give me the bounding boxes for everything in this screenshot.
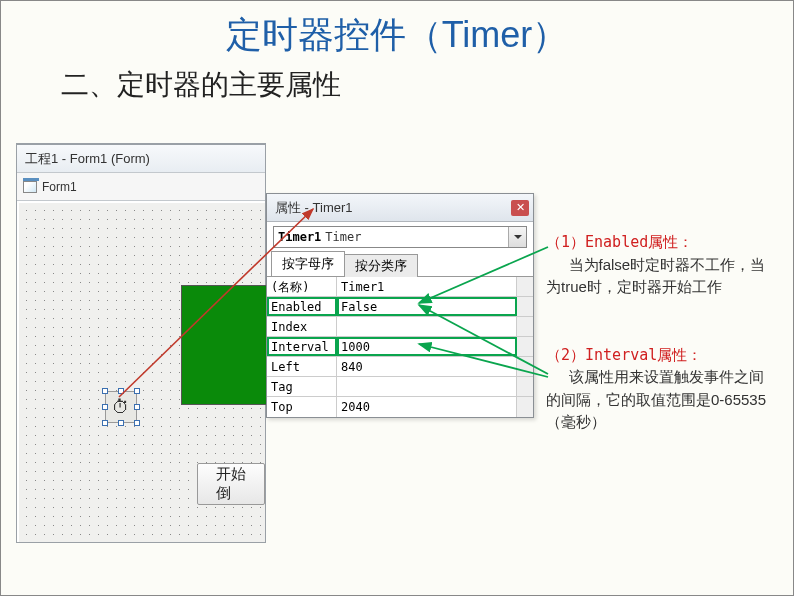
- scrollbar[interactable]: [517, 357, 533, 376]
- resize-handle-ml[interactable]: [102, 404, 108, 410]
- close-icon[interactable]: ✕: [511, 200, 529, 216]
- resize-handle-tc[interactable]: [118, 388, 124, 394]
- prop-key: Enabled: [267, 297, 337, 316]
- anno-1: （1）Enabled属性： 当为false时定时器不工作，当为true时，定时器…: [546, 231, 776, 299]
- vb-designer-window: 工程1 - Form1 (Form) Form1 ⏱ 开始倒: [16, 143, 266, 543]
- prop-value[interactable]: [337, 317, 517, 336]
- prop-value[interactable]: 1000: [337, 337, 517, 356]
- resize-handle-mr[interactable]: [134, 404, 140, 410]
- scrollbar[interactable]: [517, 297, 533, 316]
- form-design-surface[interactable]: ⏱ 开始倒: [19, 203, 265, 542]
- object-selector-type: Timer: [325, 230, 361, 244]
- resize-handle-bl[interactable]: [102, 420, 108, 426]
- prop-row-left[interactable]: Left 840: [267, 357, 533, 377]
- prop-value[interactable]: 2040: [337, 397, 517, 417]
- prop-row-enabled[interactable]: Enabled False: [267, 297, 533, 317]
- anno-2-body: 该属性用来设置触发事件之间的间隔，它的取值范围是0-65535（毫秒）: [546, 366, 776, 434]
- resize-handle-tl[interactable]: [102, 388, 108, 394]
- prop-key: Tag: [267, 377, 337, 396]
- prop-row-index[interactable]: Index: [267, 317, 533, 337]
- stopwatch-icon: ⏱: [106, 392, 136, 422]
- scrollbar[interactable]: [517, 277, 533, 296]
- tab-alphabetic[interactable]: 按字母序: [271, 251, 345, 276]
- resize-handle-bc[interactable]: [118, 420, 124, 426]
- properties-titlebar[interactable]: 属性 - Timer1 ✕: [267, 194, 533, 222]
- scrollbar[interactable]: [517, 377, 533, 396]
- annotation-panel: （1）Enabled属性： 当为false时定时器不工作，当为true时，定时器…: [546, 231, 776, 434]
- scrollbar[interactable]: [517, 317, 533, 336]
- chevron-down-icon[interactable]: [508, 227, 526, 247]
- properties-title: 属性 - Timer1: [275, 199, 353, 217]
- project-tree-label: Form1: [42, 180, 77, 194]
- anno-1-body: 当为false时定时器不工作，当为true时，定时器开始工作: [546, 254, 776, 299]
- anno-2-head: （2）Interval属性：: [546, 344, 776, 367]
- prop-value[interactable]: [337, 377, 517, 396]
- green-control[interactable]: [181, 285, 276, 405]
- prop-row-tag[interactable]: Tag: [267, 377, 533, 397]
- slide-title: 定时器控件（Timer）: [1, 1, 793, 66]
- prop-value[interactable]: Timer1: [337, 277, 517, 296]
- scrollbar[interactable]: [517, 397, 533, 417]
- prop-key: Index: [267, 317, 337, 336]
- prop-value[interactable]: 840: [337, 357, 517, 376]
- prop-value[interactable]: False: [337, 297, 517, 316]
- slide-subtitle: 二、定时器的主要属性: [1, 66, 793, 104]
- prop-row-interval[interactable]: Interval 1000: [267, 337, 533, 357]
- start-countdown-button[interactable]: 开始倒: [197, 463, 265, 505]
- prop-row-name[interactable]: (名称) Timer1: [267, 277, 533, 297]
- object-selector-name: Timer1: [274, 230, 325, 244]
- prop-row-top[interactable]: Top 2040: [267, 397, 533, 417]
- prop-key: Top: [267, 397, 337, 417]
- scrollbar[interactable]: [517, 337, 533, 356]
- properties-window: 属性 - Timer1 ✕ Timer1 Timer 按字母序 按分类序 (名称…: [266, 193, 534, 418]
- object-selector-dropdown[interactable]: Timer1 Timer: [273, 226, 527, 248]
- prop-key: Left: [267, 357, 337, 376]
- vb-window-titlebar[interactable]: 工程1 - Form1 (Form): [17, 145, 265, 173]
- project-tree-item[interactable]: Form1: [17, 173, 265, 201]
- prop-key: (名称): [267, 277, 337, 296]
- properties-grid: (名称) Timer1 Enabled False Index Interval…: [267, 276, 533, 417]
- resize-handle-br[interactable]: [134, 420, 140, 426]
- resize-handle-tr[interactable]: [134, 388, 140, 394]
- sort-tabs: 按字母序 按分类序: [267, 252, 533, 276]
- tab-categorized[interactable]: 按分类序: [344, 254, 418, 277]
- timer-control[interactable]: ⏱: [105, 391, 137, 423]
- vb-window-title: 工程1 - Form1 (Form): [25, 150, 150, 168]
- prop-key: Interval: [267, 337, 337, 356]
- anno-2: （2）Interval属性： 该属性用来设置触发事件之间的间隔，它的取值范围是0…: [546, 344, 776, 434]
- form-icon: [23, 181, 37, 193]
- anno-1-head: （1）Enabled属性：: [546, 231, 776, 254]
